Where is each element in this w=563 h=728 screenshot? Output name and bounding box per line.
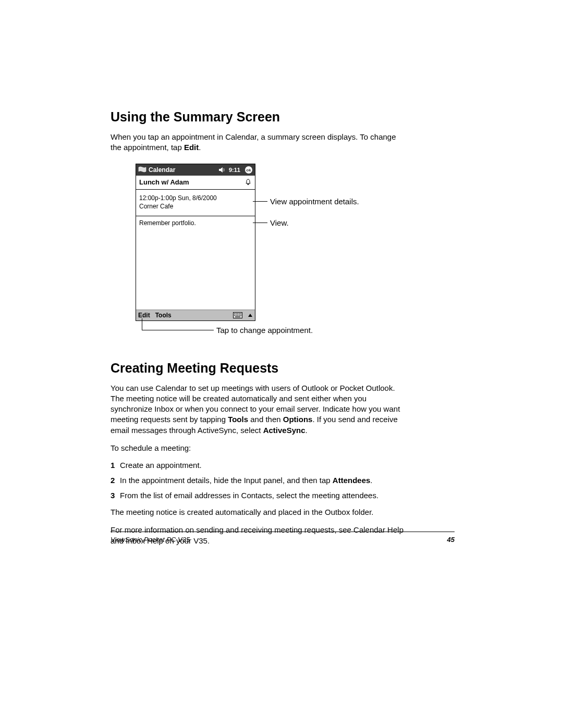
bold-options: Options xyxy=(283,415,313,424)
svg-rect-9 xyxy=(236,315,237,316)
screenshot-figure: Calendar 9:11 ok Lunch w/ Adam 12:00p-1:… xyxy=(136,164,427,341)
svg-rect-7 xyxy=(240,313,241,314)
ok-button-icon[interactable]: ok xyxy=(244,166,253,174)
svg-rect-10 xyxy=(237,315,238,316)
callout-details: View appointment details. xyxy=(270,197,359,206)
callout-line xyxy=(142,330,214,330)
callout-edit: Tap to change appointment. xyxy=(216,326,313,335)
appointment-details: 12:00p-1:00p Sun, 8/6/2000 Corner Cafe xyxy=(136,190,255,216)
svg-rect-5 xyxy=(237,313,238,314)
section1-paragraph: When you tap an appointment in Calendar,… xyxy=(111,132,408,153)
clock-time: 9:11 xyxy=(229,167,240,173)
section-heading-summary: Using the Summary Screen xyxy=(111,109,455,125)
bold-tools: Tools xyxy=(228,415,248,424)
step-text: In the appointment details, hide the Inp… xyxy=(120,476,333,485)
appointment-datetime: 12:00p-1:00p Sun, 8/6/2000 xyxy=(139,194,252,202)
svg-rect-8 xyxy=(234,315,235,316)
step-text: Create an appointment. xyxy=(120,461,202,470)
appointment-note: Remember portfolio. xyxy=(136,216,255,310)
appointment-location: Corner Cafe xyxy=(139,202,252,211)
pocketpc-window: Calendar 9:11 ok Lunch w/ Adam 12:00p-1:… xyxy=(136,164,255,321)
svg-rect-12 xyxy=(240,315,241,316)
up-arrow-icon[interactable] xyxy=(248,312,253,318)
svg-text:ok: ok xyxy=(246,168,251,172)
list-item: 1Create an appointment. xyxy=(111,461,408,470)
svg-rect-4 xyxy=(236,313,237,314)
alarm-bell-icon xyxy=(244,178,252,186)
bold-activesync: ActiveSync xyxy=(263,426,305,435)
footer-rule xyxy=(111,532,455,532)
cmdbar-edit[interactable]: Edit xyxy=(138,312,150,319)
callout-line xyxy=(253,201,267,202)
page-footer: ViewSonic Pocket PC V35 45 xyxy=(111,536,455,544)
titlebar: Calendar 9:11 ok xyxy=(136,164,255,176)
schedule-lead: To schedule a meeting: xyxy=(111,443,408,453)
section-heading-meeting: Creating Meeting Requests xyxy=(111,361,455,376)
cmdbar-tools[interactable]: Tools xyxy=(155,312,172,319)
step-number: 2 xyxy=(111,476,120,485)
start-flag-icon[interactable] xyxy=(138,166,146,174)
app-title: Calendar xyxy=(149,166,175,174)
step-number: 3 xyxy=(111,491,120,500)
appointment-subject: Lunch w/ Adam xyxy=(139,178,189,186)
text: . xyxy=(305,426,308,435)
keyboard-icon[interactable] xyxy=(233,312,242,318)
svg-rect-6 xyxy=(239,313,240,314)
text: . xyxy=(199,143,201,152)
step-number: 1 xyxy=(111,461,120,470)
outbox-paragraph: The meeting notice is created automatica… xyxy=(111,507,408,517)
callout-line xyxy=(253,223,267,223)
appointment-subject-row: Lunch w/ Adam xyxy=(136,176,255,190)
callout-view: View. xyxy=(270,218,289,227)
text: When you tap an appointment in Calendar,… xyxy=(111,132,396,152)
list-item: 3From the list of email addresses in Con… xyxy=(111,491,408,500)
footer-product: ViewSonic Pocket PC V35 xyxy=(111,536,190,544)
svg-rect-3 xyxy=(234,313,235,314)
svg-rect-13 xyxy=(235,316,240,317)
step-text: . xyxy=(370,476,372,485)
svg-rect-11 xyxy=(239,315,240,316)
callout-line xyxy=(142,318,142,330)
list-item: 2In the appointment details, hide the In… xyxy=(111,476,408,485)
note-text: Remember portfolio. xyxy=(139,219,196,227)
page: Using the Summary Screen When you tap an… xyxy=(0,0,563,728)
footer-page-number: 45 xyxy=(447,536,455,544)
steps-list: 1Create an appointment. 2In the appointm… xyxy=(111,461,408,500)
bold-edit: Edit xyxy=(184,143,199,152)
command-bar: Edit Tools xyxy=(136,310,255,320)
section2-paragraph: You can use Calendar to set up meetings … xyxy=(111,383,408,436)
bold-attendees: Attendees xyxy=(333,476,371,485)
step-text: From the list of email addresses in Cont… xyxy=(120,491,378,500)
speaker-icon[interactable] xyxy=(218,167,226,173)
text: and then xyxy=(248,415,283,424)
